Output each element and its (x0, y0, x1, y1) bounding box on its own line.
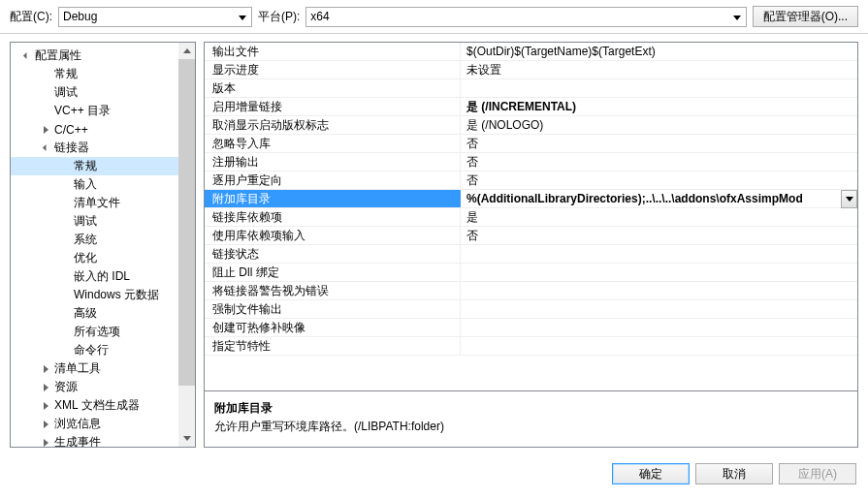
property-value[interactable]: 未设置 (461, 61, 857, 78)
expand-icon[interactable] (40, 381, 52, 393)
expand-icon[interactable] (40, 123, 52, 136)
collapse-icon[interactable] (40, 141, 52, 154)
tree-item[interactable]: 清单文件 (11, 194, 178, 212)
tree-item[interactable]: 资源 (11, 378, 178, 396)
tree-item-label: 常规 (74, 158, 97, 174)
property-value[interactable] (461, 300, 857, 318)
platform-combo[interactable]: x64 (305, 7, 746, 27)
tree-item[interactable]: 调试 (11, 83, 178, 102)
expand-icon[interactable] (40, 399, 52, 412)
tree-item-label: XML 文档生成器 (54, 397, 140, 414)
property-value[interactable]: 否 (461, 172, 857, 189)
dropdown-button[interactable] (841, 190, 857, 208)
tree-item[interactable]: Windows 元数据 (11, 286, 178, 304)
tree-item[interactable]: 高级 (11, 304, 178, 323)
property-grid[interactable]: 输出文件$(OutDir)$(TargetName)$(TargetExt)显示… (204, 42, 858, 391)
property-value[interactable] (461, 245, 857, 263)
tree-item[interactable]: 清单工具 (11, 359, 178, 378)
description-panel: 附加库目录 允许用户重写环境库路径。(/LIBPATH:folder) (204, 391, 858, 448)
tree-item[interactable]: VC++ 目录 (11, 102, 178, 120)
property-name: 附加库目录 (205, 190, 461, 207)
tree-item[interactable]: 所有选项 (11, 323, 178, 341)
tree-item-label: 浏览信息 (54, 416, 101, 432)
property-value[interactable]: 否 (461, 227, 857, 244)
property-name: 将链接器警告视为错误 (205, 282, 461, 299)
property-value[interactable] (461, 282, 857, 299)
tree-item[interactable]: 调试 (11, 212, 178, 231)
tree-item[interactable]: C/C++ (11, 120, 178, 139)
property-value[interactable]: 否 (461, 153, 857, 171)
tree-item[interactable]: 链接器 (11, 139, 178, 157)
tree-item[interactable]: 优化 (11, 249, 178, 267)
expand-icon[interactable] (40, 436, 52, 447)
tree-item-label: 嵌入的 IDL (74, 268, 130, 285)
property-name: 阻止 Dll 绑定 (205, 264, 461, 281)
property-value[interactable]: 否 (461, 135, 857, 152)
collapse-icon[interactable] (20, 49, 33, 62)
cancel-button[interactable]: 取消 (695, 463, 773, 484)
property-row[interactable]: 注册输出否 (205, 153, 857, 172)
property-row[interactable]: 链接状态 (205, 245, 857, 264)
property-name: 使用库依赖项输入 (205, 227, 461, 244)
tree-item[interactable]: 输入 (11, 175, 178, 194)
ok-button[interactable]: 确定 (612, 463, 690, 484)
scroll-track[interactable] (178, 59, 195, 430)
tree-item-label: 清单工具 (54, 360, 101, 377)
scroll-down-button[interactable] (178, 430, 195, 447)
tree-item[interactable]: 常规 (11, 157, 178, 175)
config-tree[interactable]: 配置属性常规调试VC++ 目录C/C++链接器常规输入清单文件调试系统优化嵌入的… (11, 43, 178, 447)
tree-item[interactable]: 浏览信息 (11, 415, 178, 433)
tree-item-label: 优化 (74, 250, 97, 266)
description-body: 允许用户重写环境库路径。(/LIBPATH:folder) (214, 418, 848, 436)
property-row[interactable]: 阻止 Dll 绑定 (205, 264, 857, 282)
property-row[interactable]: 将链接器警告视为错误 (205, 282, 857, 300)
tree-item[interactable]: 生成事件 (11, 433, 178, 447)
property-value[interactable] (461, 79, 857, 97)
property-value[interactable]: 是 (461, 208, 857, 226)
main: 配置属性常规调试VC++ 目录C/C++链接器常规输入清单文件调试系统优化嵌入的… (0, 34, 868, 455)
property-row[interactable]: 指定节特性 (205, 337, 857, 356)
scroll-up-button[interactable] (178, 43, 195, 59)
property-value[interactable]: $(OutDir)$(TargetName)$(TargetExt) (461, 43, 857, 60)
tree-item-label: C/C++ (54, 123, 88, 137)
property-row[interactable]: 输出文件$(OutDir)$(TargetName)$(TargetExt) (205, 43, 857, 61)
property-value[interactable]: %(AdditionalLibraryDirectories);..\..\..… (461, 190, 857, 207)
property-value[interactable] (461, 319, 857, 336)
property-name: 显示进度 (205, 61, 461, 78)
property-row[interactable]: 显示进度未设置 (205, 61, 857, 79)
tree-item[interactable]: 嵌入的 IDL (11, 267, 178, 286)
tree-item[interactable]: 配置属性 (11, 47, 178, 65)
property-value[interactable] (461, 337, 857, 355)
property-name: 输出文件 (205, 43, 461, 60)
config-combo[interactable]: Debug (58, 7, 252, 27)
tree-item[interactable]: 常规 (11, 65, 178, 83)
tree-item[interactable]: 命令行 (11, 341, 178, 359)
property-name: 创建可热修补映像 (205, 319, 461, 336)
property-row[interactable]: 逐用户重定向否 (205, 172, 857, 190)
property-row[interactable]: 创建可热修补映像 (205, 319, 857, 337)
tree-item-label: 清单文件 (74, 195, 120, 211)
property-row[interactable]: 版本 (205, 79, 857, 98)
tree-item[interactable]: 系统 (11, 231, 178, 249)
property-name: 链接库依赖项 (205, 208, 461, 226)
property-row[interactable]: 启用增量链接是 (/INCREMENTAL) (205, 98, 857, 116)
property-row[interactable]: 附加库目录%(AdditionalLibraryDirectories);..\… (205, 190, 857, 208)
tree-item[interactable]: XML 文档生成器 (11, 396, 178, 415)
property-row[interactable]: 强制文件输出 (205, 300, 857, 319)
property-value[interactable] (461, 264, 857, 281)
property-value[interactable]: 是 (/NOLOGO) (461, 116, 857, 134)
tree-item-label: VC++ 目录 (54, 103, 111, 119)
property-row[interactable]: 忽略导入库否 (205, 135, 857, 153)
expand-icon[interactable] (40, 418, 52, 430)
property-value[interactable]: 是 (/INCREMENTAL) (461, 98, 857, 115)
expand-icon[interactable] (40, 362, 52, 375)
toolbar: 配置(C): Debug 平台(P): x64 配置管理器(O)... (0, 0, 868, 34)
property-row[interactable]: 取消显示启动版权标志是 (/NOLOGO) (205, 116, 857, 135)
property-row[interactable]: 链接库依赖项是 (205, 208, 857, 227)
config-manager-button[interactable]: 配置管理器(O)... (753, 6, 858, 27)
tree-item-label: 资源 (54, 379, 78, 395)
tree-item-label: 常规 (54, 66, 78, 82)
property-row[interactable]: 使用库依赖项输入否 (205, 227, 857, 245)
property-name: 启用增量链接 (205, 98, 461, 115)
tree-scrollbar[interactable] (178, 43, 195, 447)
